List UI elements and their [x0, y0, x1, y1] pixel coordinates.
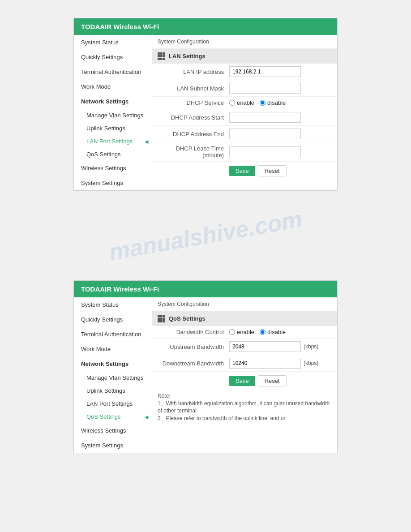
- section-title-1: LAN Settings: [169, 53, 206, 60]
- form-row-dhcp-lease: DHCP Lease Time (minute): [152, 142, 337, 162]
- input-dhcp-end[interactable]: [229, 129, 332, 139]
- dhcp-lease-input[interactable]: [229, 146, 301, 157]
- subnet-input[interactable]: [229, 83, 301, 94]
- save-button-1[interactable]: Save: [229, 166, 255, 176]
- btn-row-1: Save Reset: [152, 162, 337, 180]
- bw-enable-radio[interactable]: [229, 329, 235, 335]
- sidebar-item-terminal-auth[interactable]: Terminal Authentication: [74, 64, 152, 79]
- sidebar-2: System Status Quickly Settings Terminal …: [74, 297, 152, 453]
- sidebar2-item-work-mode[interactable]: Work Mode: [74, 342, 152, 356]
- sidebar2-sub-qos[interactable]: QoS Settings: [74, 410, 152, 423]
- sidebar2-item-system-settings[interactable]: System Settings: [74, 438, 152, 453]
- upstream-input[interactable]: [229, 341, 301, 352]
- dhcp-start-input[interactable]: [229, 112, 301, 123]
- label-dhcp-lease: DHCP Lease Time (minute): [158, 145, 229, 159]
- sidebar-item-quickly-settings[interactable]: Quickly Settings: [74, 50, 152, 64]
- sidebar-item-work-mode[interactable]: Work Mode: [74, 79, 152, 94]
- grid-icon-2: [158, 315, 165, 322]
- label-subnet: LAN Subnet Mask: [158, 85, 229, 92]
- dhcp-enable-radio[interactable]: [229, 100, 235, 106]
- watermark-area: manualshive.com: [108, 218, 303, 253]
- input-downstream[interactable]: (kbps): [229, 358, 332, 369]
- panel-2: TODAAIR Wireless Wi-Fi System Status Qui…: [73, 280, 338, 453]
- sidebar2-item-wireless[interactable]: Wireless Settings: [74, 423, 152, 438]
- input-dhcp-lease[interactable]: [229, 146, 332, 157]
- label-dhcp-start: DHCP Address Start: [158, 114, 229, 121]
- label-downstream: Downstream Bandwidth: [158, 360, 229, 367]
- upstream-unit: (kbps): [304, 343, 318, 350]
- dhcp-end-input[interactable]: [229, 129, 301, 139]
- form-row-lan-ip: LAN IP address: [152, 64, 337, 80]
- input-upstream[interactable]: (kbps): [229, 341, 332, 352]
- sidebar-sub-manage-vlan[interactable]: Manage Vlan Settings: [74, 109, 152, 122]
- panel-1: TODAAIR Wireless Wi-Fi System Status Qui…: [73, 18, 338, 191]
- label-dhcp-service: DHCP Service: [158, 99, 229, 106]
- note-line-1: 1、With bandwidth equalization algorithm,…: [158, 400, 332, 414]
- system-config-label-1: System Configuration: [152, 35, 337, 49]
- label-bandwidth-control: Bandwidth Control: [158, 329, 229, 335]
- reset-button-2[interactable]: Reset: [258, 375, 287, 386]
- bw-disable-radio[interactable]: [260, 329, 265, 335]
- sidebar2-item-system-status[interactable]: System Status: [74, 297, 152, 312]
- watermark-text: manualshive.com: [107, 206, 304, 266]
- sidebar2-item-terminal-auth[interactable]: Terminal Authentication: [74, 327, 152, 342]
- form-row-dhcp-end: DHCP Address End: [152, 126, 337, 142]
- section-title-bar-2: QoS Settings: [152, 311, 337, 326]
- dhcp-disable-label[interactable]: disable: [260, 99, 286, 106]
- bw-enable-label[interactable]: enable: [229, 329, 254, 335]
- note-title: Note:: [158, 393, 332, 399]
- sidebar-item-system-settings[interactable]: System Settings: [74, 176, 152, 190]
- dhcp-disable-radio[interactable]: [260, 100, 265, 106]
- label-lan-ip: LAN IP address: [158, 69, 229, 75]
- sidebar2-item-quickly-settings[interactable]: Quickly Settings: [74, 312, 152, 327]
- panel-1-body: System Status Quickly Settings Terminal …: [74, 35, 337, 190]
- sidebar2-sub-uplink[interactable]: Uplink Settings: [74, 384, 152, 397]
- system-config-label-2: System Configuration: [152, 297, 337, 311]
- main-content-2: System Configuration QoS Settings Bandwi…: [152, 297, 337, 453]
- downstream-input[interactable]: [229, 358, 301, 369]
- bw-disable-label[interactable]: disable: [260, 329, 286, 335]
- sidebar-sub-lan-port[interactable]: LAN Port Settings: [74, 135, 152, 148]
- input-subnet[interactable]: [229, 83, 332, 94]
- panel-2-header: TODAAIR Wireless Wi-Fi: [74, 281, 337, 297]
- section-title-2: QoS Settings: [169, 315, 206, 322]
- sidebar2-sub-manage-vlan[interactable]: Manage Vlan Settings: [74, 371, 152, 384]
- panel-1-header: TODAAIR Wireless Wi-Fi: [74, 18, 337, 35]
- form-row-subnet: LAN Subnet Mask: [152, 80, 337, 97]
- form-row-dhcp-service: DHCP Service enable disable: [152, 97, 337, 109]
- sidebar-item-wireless[interactable]: Wireless Settings: [74, 161, 152, 176]
- input-lan-ip[interactable]: [229, 66, 332, 77]
- page-wrapper: TODAAIR Wireless Wi-Fi System Status Qui…: [0, 0, 411, 471]
- reset-button-1[interactable]: Reset: [258, 165, 287, 176]
- btn-row-2: Save Reset: [152, 372, 337, 390]
- label-upstream: Upstream Bandwidth: [158, 343, 229, 350]
- downstream-unit: (kbps): [304, 360, 318, 366]
- sidebar-1: System Status Quickly Settings Terminal …: [74, 35, 152, 190]
- label-dhcp-end: DHCP Address End: [158, 131, 229, 137]
- form-row-dhcp-start: DHCP Address Start: [152, 109, 337, 126]
- bandwidth-control-radio[interactable]: enable disable: [229, 329, 332, 335]
- sidebar-sub-uplink[interactable]: Uplink Settings: [74, 122, 152, 135]
- dhcp-enable-label[interactable]: enable: [229, 99, 254, 106]
- sidebar-sub-qos[interactable]: QoS Settings: [74, 148, 152, 161]
- sidebar-item-system-status[interactable]: System Status: [74, 35, 152, 50]
- main-content-1: System Configuration LAN Settings LAN IP…: [152, 35, 337, 190]
- form-row-bandwidth-control: Bandwidth Control enable disable: [152, 326, 337, 339]
- grid-icon-1: [158, 52, 165, 60]
- form-row-upstream: Upstream Bandwidth (kbps): [152, 339, 337, 355]
- save-button-2[interactable]: Save: [229, 376, 255, 386]
- sidebar2-item-network-settings[interactable]: Network Settings: [74, 356, 152, 371]
- sidebar2-sub-lan-port[interactable]: LAN Port Settings: [74, 397, 152, 410]
- input-dhcp-start[interactable]: [229, 112, 332, 123]
- note-line-2: 2、Please refer to bandwidth of the uplin…: [158, 415, 332, 422]
- sidebar-item-network-settings[interactable]: Network Settings: [74, 94, 152, 109]
- panel-2-body: System Status Quickly Settings Terminal …: [74, 297, 337, 453]
- dhcp-service-radio[interactable]: enable disable: [229, 99, 332, 106]
- lan-ip-input[interactable]: [229, 66, 301, 77]
- form-row-downstream: Downstream Bandwidth (kbps): [152, 355, 337, 372]
- section-title-bar-1: LAN Settings: [152, 49, 337, 64]
- note-section: Note: 1、With bandwidth equalization algo…: [152, 390, 337, 428]
